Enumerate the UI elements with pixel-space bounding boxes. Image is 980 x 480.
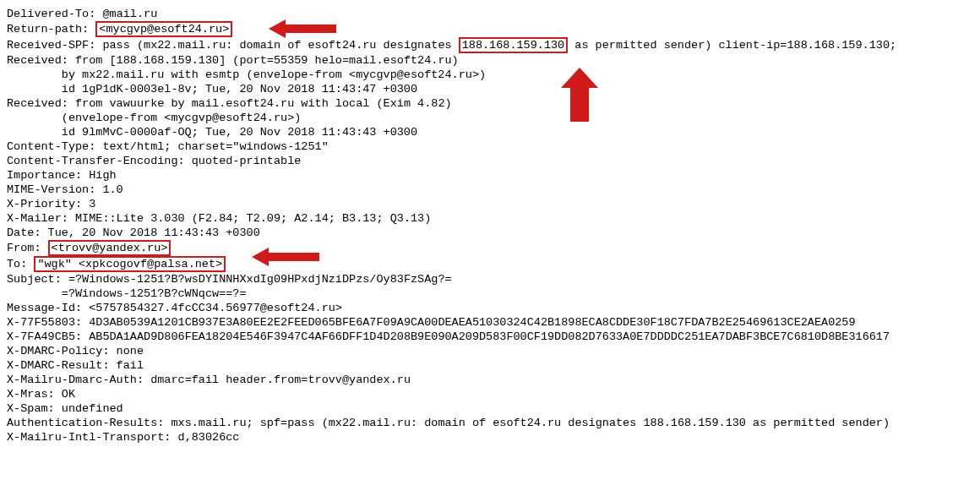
header-delivered-to: Delivered-To: @mail.ru — [7, 7, 973, 21]
label: To: — [7, 258, 34, 270]
header-message-id: Message-Id: <5757854327.4fcCC34.56977@es… — [7, 301, 973, 315]
highlight-box-from: <trovv@yandex.ru> — [48, 240, 172, 256]
header-received-1-line-1: Received: from [188.168.159.130] (port=5… — [7, 53, 973, 68]
label: Delivered-To: — [7, 8, 95, 20]
header-return-path: Return-path: <mycgvp@esoft24.ru> — [7, 21, 973, 37]
value: @mail.ru — [102, 8, 157, 20]
header-content-type: Content-Type: text/html; charset="window… — [7, 139, 973, 154]
header-x-mailer: X-Mailer: MIME::Lite 3.030 (F2.84; T2.09… — [7, 211, 973, 226]
header-x-mras: X-Mras: OK — [7, 387, 973, 401]
header-x-77f55803: X-77F55803: 4D3AB0539A1201CB937E3A80EE2E… — [7, 315, 973, 330]
highlight-box-return-path: <mycgvp@esoft24.ru> — [95, 21, 232, 37]
header-x-mailru-intl-transport: X-Mailru-Intl-Transport: d,83026cc — [7, 430, 973, 445]
highlight-box-to: "wgk" <xpkcogovf@palsa.net> — [34, 256, 226, 272]
header-x-spam: X-Spam: undefined — [7, 401, 973, 416]
highlight-box-ip: 188.168.159.130 — [459, 37, 569, 53]
text-pre: Received-SPF: pass (mx22.mail.ru: domain… — [7, 39, 459, 52]
header-received-2-line-1: Received: from vawuurke by mail.esoft24.… — [7, 96, 973, 111]
header-x-dmarc-result: X-DMARC-Result: fail — [7, 358, 973, 373]
header-subject-line-1: Subject: =?Windows-1251?B?wsDYINNHXxdIg0… — [7, 272, 973, 286]
svg-marker-0 — [269, 19, 336, 38]
header-content-transfer-encoding: Content-Transfer-Encoding: quoted-printa… — [7, 154, 973, 168]
header-received-1-line-3: id 1gP1dK-0003el-8v; Tue, 20 Nov 2018 11… — [7, 82, 973, 96]
header-x-mailru-dmarc-auth: X-Mailru-Dmarc-Auth: dmarc=fail header.f… — [7, 373, 973, 387]
header-x-priority: X-Priority: 3 — [7, 197, 973, 211]
header-x-7fa49cb5: X-7FA49CB5: AB5DA1AAD9D806FEA18204E546F3… — [7, 330, 973, 344]
header-subject-line-2: =?Windows-1251?B?cWNqcw==?= — [7, 286, 973, 301]
header-received-2-line-2: (envelope-from <mycgvp@esoft24.ru>) — [7, 111, 973, 125]
label: Return-path: — [7, 23, 89, 35]
header-received-1-line-2: by mx22.mail.ru with esmtp (envelope-fro… — [7, 68, 973, 82]
header-date: Date: Tue, 20 Nov 2018 11:43:43 +0300 — [7, 226, 973, 240]
text-post: as permitted sender) client-ip=188.168.1… — [568, 39, 896, 52]
label: From: — [7, 242, 48, 254]
header-x-dmarc-policy: X-DMARC-Policy: none — [7, 344, 973, 358]
header-to: To: "wgk" <xpkcogovf@palsa.net> — [7, 256, 973, 272]
header-received-spf: Received-SPF: pass (mx22.mail.ru: domain… — [7, 37, 973, 53]
header-received-2-line-3: id 9lmMvC-0000af-OQ; Tue, 20 Nov 2018 11… — [7, 125, 973, 139]
header-authentication-results: Authentication-Results: mxs.mail.ru; spf… — [7, 416, 973, 430]
header-importance: Importance: High — [7, 168, 973, 183]
header-from: From: <trovv@yandex.ru> — [7, 240, 973, 256]
header-mime-version: MIME-Version: 1.0 — [7, 183, 973, 197]
